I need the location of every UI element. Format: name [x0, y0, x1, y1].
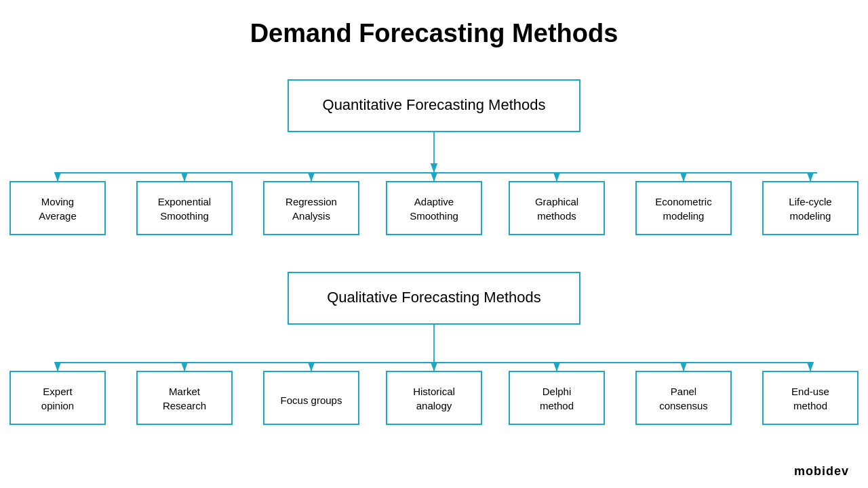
quant-child-4-label: Adaptive: [414, 196, 454, 207]
quant-child-1: [10, 182, 105, 235]
qual-child-1-label: Expert: [43, 386, 73, 397]
quant-child-5-label2: methods: [537, 210, 576, 222]
quant-child-2: [137, 182, 232, 235]
quant-child-5-label: Graphical: [535, 196, 578, 207]
quant-child-3-label: Regression: [285, 196, 337, 207]
qual-child-4: [387, 371, 481, 424]
page-title: Demand Forecasting Methods: [0, 0, 868, 48]
qual-child-7-label2: method: [793, 400, 827, 411]
quant-child-1-label: Moving: [41, 196, 74, 207]
qual-child-1: [10, 371, 105, 424]
quant-child-3: [264, 182, 359, 235]
qual-child-6: [636, 371, 731, 424]
quant-child-4-label2: Smoothing: [410, 210, 458, 222]
qual-child-6-label2: consensus: [659, 400, 708, 411]
diagram-container: Quantitative Forecasting Methods Moving …: [0, 68, 868, 488]
qual-child-7: [763, 371, 858, 424]
quant-child-6-label2: modeling: [663, 210, 705, 222]
qual-child-3-label: Focus groups: [281, 394, 342, 406]
quant-child-1-label2: Average: [39, 210, 77, 222]
brand-logo: mobidev: [794, 464, 849, 479]
qual-child-5-label2: method: [540, 400, 574, 411]
quant-child-4: [387, 182, 481, 235]
qual-child-5: [509, 371, 604, 424]
qual-child-2-label: Market: [169, 386, 201, 397]
quant-child-3-label2: Analysis: [292, 210, 330, 222]
qual-child-7-label: End-use: [791, 386, 829, 397]
qual-child-1-label2: opinion: [41, 400, 74, 411]
qual-child-4-label: Historical: [413, 386, 455, 397]
qual-child-4-label2: analogy: [416, 400, 452, 411]
qual-child-2-label2: Research: [163, 400, 206, 411]
quant-child-7-label2: modeling: [790, 210, 831, 222]
qual-child-2: [137, 371, 232, 424]
qual-child-6-label: Panel: [671, 386, 696, 397]
quantitative-label: Quantitative Forecasting Methods: [323, 96, 546, 113]
qual-child-5-label: Delphi: [542, 386, 572, 397]
quant-child-5: [509, 182, 604, 235]
qualitative-label: Qualitative Forecasting Methods: [327, 289, 541, 306]
quant-child-7-label: Life-cycle: [789, 196, 831, 207]
quant-child-2-label: Exponential: [158, 196, 211, 207]
quant-child-7: [763, 182, 858, 235]
quant-child-6: [636, 182, 731, 235]
quant-child-2-label2: Smoothing: [160, 210, 209, 222]
quant-child-6-label: Econometric: [655, 196, 712, 207]
